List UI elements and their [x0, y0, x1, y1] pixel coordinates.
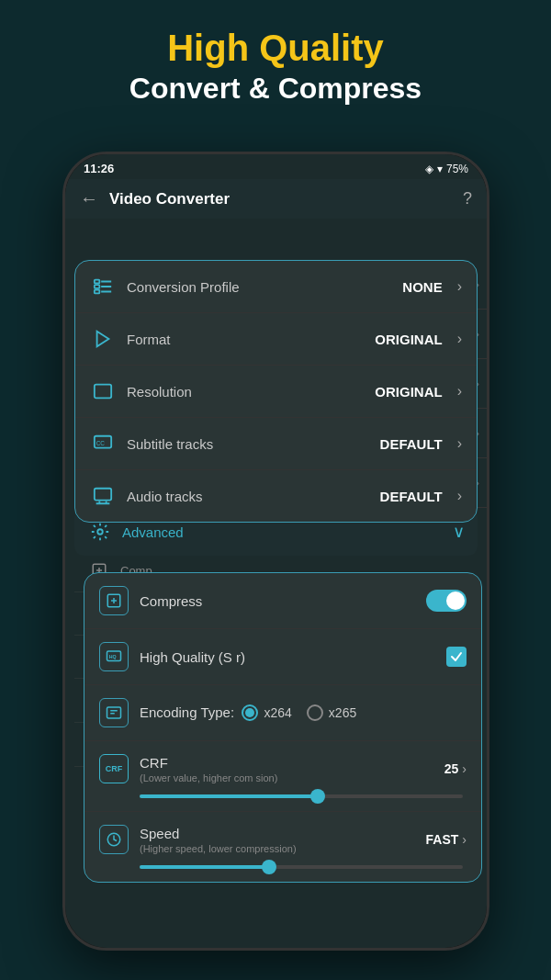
audio-tracks-chevron: › — [457, 488, 462, 504]
speed-slider-thumb[interactable] — [262, 860, 276, 874]
conversion-profile-label: Conversion Profile — [127, 279, 391, 295]
speed-slider-fill — [140, 865, 269, 869]
speed-chevron: › — [462, 832, 467, 847]
speed-sub: (Higher speed, lower compression) — [140, 843, 415, 854]
crf-chevron: › — [462, 761, 467, 776]
status-time: 11:26 — [84, 162, 114, 175]
radio-x265-button[interactable] — [307, 704, 323, 721]
svg-rect-2 — [95, 290, 100, 294]
crf-row[interactable]: CRF CRF (Lower value, higher com sion) 2… — [84, 741, 481, 812]
radio-x265[interactable]: x265 — [307, 704, 356, 721]
format-row[interactable]: Format ORIGINAL › — [75, 313, 477, 366]
speed-label: Speed — [140, 826, 415, 841]
crf-slider-thumb[interactable] — [310, 789, 325, 804]
audio-tracks-value: DEFAULT — [380, 489, 443, 504]
crf-value-group: 25 › — [444, 761, 467, 776]
advanced-popup: Compress HQ High Quality (S r) — [84, 572, 482, 883]
encoding-type-label: Encoding Type: x264 x265 — [140, 704, 467, 721]
svg-rect-7 — [95, 385, 111, 399]
radio-x264-button[interactable] — [242, 704, 258, 721]
help-icon[interactable]: ? — [463, 189, 472, 208]
audio-tracks-label: Audio tracks — [127, 489, 369, 504]
title-yellow: High Quality — [0, 28, 551, 68]
resolution-label: Resolution — [127, 384, 364, 400]
signal-icon: ◈ — [425, 163, 433, 175]
encoding-type-row[interactable]: Encoding Type: x264 x265 — [84, 685, 481, 741]
format-value: ORIGINAL — [375, 332, 442, 347]
crf-label: CRF — [140, 755, 433, 771]
format-label: Format — [127, 332, 364, 347]
speed-slider[interactable] — [140, 865, 463, 869]
crf-sub: (Lower value, higher com sion) — [140, 772, 433, 783]
compress-row[interactable]: Compress — [84, 573, 481, 629]
settings-card: Conversion Profile NONE › Format ORIGINA… — [74, 260, 478, 523]
subtitle-tracks-chevron: › — [457, 435, 462, 452]
status-icons: ◈ ▾ 75% — [425, 163, 468, 175]
subtitle-tracks-row[interactable]: CC Subtitle tracks DEFAULT › — [75, 418, 477, 470]
audio-tracks-row[interactable]: Audio tracks DEFAULT › — [75, 470, 477, 522]
advanced-icon — [87, 519, 113, 545]
radio-x264[interactable]: x264 — [242, 704, 291, 721]
phone-screen: 11:26 ◈ ▾ 75% ← Video Converter ? NONE ›… — [65, 154, 487, 948]
svg-rect-1 — [95, 285, 100, 288]
high-quality-label: High Quality (S r) — [140, 649, 435, 665]
crf-slider[interactable] — [140, 794, 463, 798]
toggle-knob — [446, 591, 465, 610]
high-quality-content: High Quality (S r) — [140, 649, 435, 665]
resolution-chevron: › — [457, 383, 462, 400]
encoding-type-icon — [99, 698, 129, 727]
advanced-expand-icon: ∨ — [453, 522, 465, 542]
speed-icon — [99, 825, 129, 854]
app-bar: ← Video Converter ? — [65, 179, 487, 219]
crf-content: CRF (Lower value, higher com sion) — [140, 755, 433, 783]
status-bar: 11:26 ◈ ▾ 75% — [65, 154, 487, 179]
advanced-label: Advanced — [122, 524, 444, 540]
speed-value: FAST — [426, 832, 459, 847]
high-quality-row[interactable]: HQ High Quality (S r) — [84, 629, 481, 685]
format-chevron: › — [457, 331, 462, 347]
conversion-profile-icon — [90, 274, 116, 299]
conversion-profile-value: NONE — [402, 279, 442, 295]
svg-text:HQ: HQ — [109, 654, 117, 659]
speed-row[interactable]: Speed (Higher speed, lower compression) … — [84, 812, 481, 882]
subtitle-tracks-icon: CC — [90, 431, 116, 456]
resolution-value: ORIGINAL — [375, 384, 442, 400]
audio-tracks-icon — [90, 483, 116, 509]
crf-slider-fill — [140, 794, 318, 798]
conversion-profile-chevron: › — [457, 278, 462, 295]
radio-x265-label: x265 — [329, 705, 356, 720]
speed-value-group: FAST › — [426, 832, 467, 847]
radio-group: x264 x265 — [242, 704, 356, 721]
format-icon — [90, 326, 116, 352]
crf-value: 25 — [444, 761, 459, 776]
conversion-profile-row[interactable]: Conversion Profile NONE › — [75, 261, 477, 313]
compress-content: Compress — [140, 593, 415, 609]
crf-icon-text: CRF — [106, 764, 123, 773]
crf-icon: CRF — [99, 754, 129, 783]
resolution-icon — [90, 378, 116, 404]
compress-icon — [99, 586, 129, 615]
phone-frame: 11:26 ◈ ▾ 75% ← Video Converter ? NONE ›… — [62, 152, 489, 951]
wifi-icon: ▾ — [437, 163, 443, 175]
compress-label: Compress — [140, 593, 415, 609]
title-white: Convert & Compress — [0, 72, 551, 106]
compress-toggle[interactable] — [426, 590, 467, 612]
resolution-row[interactable]: Resolution ORIGINAL › — [75, 366, 477, 418]
svg-rect-10 — [95, 489, 111, 501]
radio-x264-label: x264 — [264, 705, 291, 720]
svg-rect-0 — [95, 280, 100, 284]
speed-content: Speed (Higher speed, lower compression) — [140, 826, 415, 854]
subtitle-tracks-value: DEFAULT — [380, 436, 443, 452]
svg-marker-6 — [97, 332, 109, 347]
back-button[interactable]: ← — [80, 188, 98, 209]
subtitle-tracks-label: Subtitle tracks — [127, 436, 369, 452]
high-quality-icon: HQ — [99, 642, 129, 671]
battery-icon: 75% — [446, 163, 468, 175]
app-bar-title: Video Converter — [109, 190, 452, 208]
svg-point-14 — [97, 529, 103, 535]
high-quality-checkbox[interactable] — [446, 647, 467, 667]
svg-text:CC: CC — [96, 440, 106, 446]
encoding-type-content: Encoding Type: x264 x265 — [140, 704, 467, 721]
